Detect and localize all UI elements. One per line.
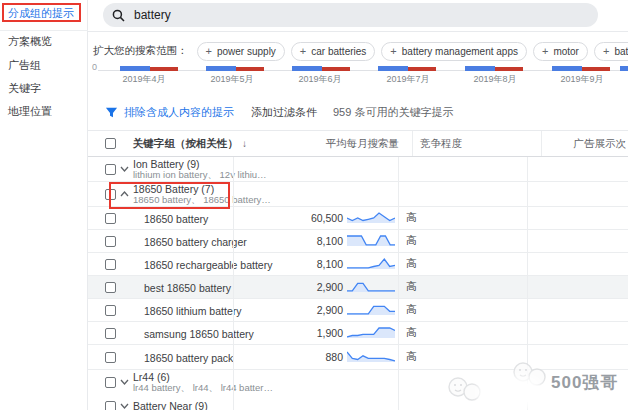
keyword-ideas-table: 关键字组（按相关性） ↓ 平均每月搜索量 竞争程度 广告展示次 Ion Batt… (88, 130, 628, 410)
keyword-group-title: Ion Battery (9) (133, 159, 233, 170)
month-label: 2019年5月 (206, 73, 258, 86)
keyword-group-title: 18650 Battery (7) (133, 184, 233, 195)
trend-sparkline (347, 278, 395, 297)
competition-value: 高 (398, 345, 527, 369)
competition-value: 高 (398, 207, 527, 229)
table-row[interactable]: 18650 battery charger 8,100 高 (88, 230, 628, 253)
avg-monthly-searches-value: 60,500 (311, 212, 343, 224)
keyword-label: 18650 lithium battery (144, 305, 241, 317)
competition-value: 高 (398, 276, 527, 298)
row-checkbox[interactable] (105, 164, 116, 175)
broaden-search-label: 扩大您的搜索范围： (93, 44, 188, 58)
row-checkbox[interactable] (105, 259, 116, 270)
avg-monthly-searches-value: 1,900 (317, 327, 343, 339)
plus-icon: + (542, 45, 548, 57)
sidebar-item-grouped-ideas[interactable]: 分成组的提示 (8, 6, 74, 21)
add-filter-button[interactable]: 添加过滤条件 (251, 105, 317, 120)
keyword-label: 18650 battery charger (144, 236, 247, 248)
main-content: battery 扩大您的搜索范围： +power supply +car bat… (88, 0, 628, 410)
trend-sparkline (347, 348, 395, 367)
sidebar-item-keywords[interactable]: 关键字 (8, 81, 41, 96)
row-checkbox[interactable] (105, 305, 116, 316)
row-checkbox[interactable] (105, 213, 116, 224)
available-ideas-count: 959 条可用的关键字提示 (333, 105, 453, 120)
competition-value: 高 (398, 253, 527, 275)
axis-zero-label: 0 (92, 62, 97, 72)
sidebar-item-ad-groups[interactable]: 广告组 (8, 58, 41, 73)
chevron-down-icon[interactable] (116, 403, 133, 409)
avg-monthly-searches-value: 8,100 (317, 235, 343, 247)
keyword-group-title: Battery Near (9) (133, 401, 233, 410)
search-volume-trend-chart: 0 2019年4月 2019年5月 2019年6月 2019年7月 2019年8… (88, 58, 628, 88)
table-row[interactable]: best 18650 battery 2,900 高 (88, 276, 628, 299)
table-row[interactable]: Lr44 (6)lr44 battery、 lr44、 lr44 batter… (88, 370, 628, 394)
chevron-down-icon[interactable] (116, 379, 133, 385)
sidebar-divider (0, 30, 88, 31)
competition-value: 高 (398, 299, 527, 321)
plus-icon: + (390, 45, 396, 57)
competition-value: 高 (398, 230, 527, 252)
table-header-row: 关键字组（按相关性） ↓ 平均每月搜索量 竞争程度 广告展示次 (88, 130, 628, 157)
table-row[interactable]: 18650 rechargeable battery 8,100 高 (88, 253, 628, 276)
trend-sparkline (347, 301, 395, 320)
keyword-group-examples: lr44 battery、 lr44、 lr44 batter… (133, 383, 233, 393)
watermark-blur-patch (484, 383, 536, 403)
divider (88, 31, 628, 32)
table-row[interactable]: Battery Near (9) (88, 394, 628, 410)
search-query: battery (134, 8, 171, 22)
month-label: 2019年9月 (556, 73, 608, 86)
keyword-label: 18650 battery (144, 213, 208, 225)
trend-sparkline (347, 255, 395, 274)
row-checkbox[interactable] (105, 352, 116, 363)
keyword-group-examples: 18650 battery、 18650 battery… (133, 195, 233, 205)
column-header-avg-monthly-searches[interactable]: 平均每月搜索量 (326, 137, 400, 151)
competition-value: 高 (398, 322, 527, 344)
month-label: 2019年4月 (118, 73, 170, 86)
watermark-text: 500强哥 (551, 371, 618, 394)
exclude-adult-ideas-link[interactable]: 排除含成人内容的提示 (124, 105, 234, 120)
sidebar: 分成组的提示 方案概览 广告组 关键字 地理位置 (0, 0, 88, 410)
sidebar-item-locations[interactable]: 地理位置 (8, 104, 52, 119)
table-row[interactable]: Ion Battery (9)lithium ion battery、 12v … (88, 157, 628, 182)
keyword-label: 18650 battery pack (144, 352, 233, 364)
table-row[interactable]: 18650 battery 60,500 高 (88, 207, 628, 230)
keyword-planner-page: 分成组的提示 方案概览 广告组 关键字 地理位置 battery 扩大您的搜索范… (0, 0, 628, 410)
trend-sparkline (347, 209, 395, 228)
trend-sparkline (347, 232, 395, 251)
avg-monthly-searches-value: 880 (325, 351, 343, 363)
search-input[interactable]: battery (103, 3, 598, 27)
table-row[interactable]: 18650 battery pack 880 高 (88, 345, 628, 370)
row-checkbox[interactable] (105, 282, 116, 293)
table-row[interactable]: 18650 Battery (7)18650 battery、 18650 ba… (88, 182, 628, 207)
keyword-label: best 18650 battery (144, 282, 231, 294)
table-row[interactable]: samsung 18650 battery 1,900 高 (88, 322, 628, 345)
row-checkbox[interactable] (105, 401, 116, 410)
column-header-keyword-group[interactable]: 关键字组（按相关性） (133, 137, 238, 151)
trend-sparkline (347, 324, 395, 343)
row-checkbox[interactable] (105, 236, 116, 247)
row-checkbox[interactable] (105, 189, 116, 200)
avg-monthly-searches-value: 2,900 (317, 281, 343, 293)
keyword-group-title: Lr44 (6) (133, 372, 233, 383)
avg-monthly-searches-value: 8,100 (317, 258, 343, 270)
keyword-group-examples: lithium ion battery、 12v lithiu… (133, 170, 233, 180)
month-label: 2019年6月 (294, 73, 346, 86)
plus-icon: + (206, 45, 212, 57)
column-header-ad-impression-share[interactable]: 广告展示次 (541, 131, 628, 156)
column-header-competition[interactable]: 竞争程度 (420, 137, 462, 151)
avg-monthly-searches-value: 2,900 (317, 304, 343, 316)
table-row[interactable]: 18650 lithium battery 2,900 高 (88, 299, 628, 322)
plus-icon: + (603, 45, 609, 57)
row-checkbox[interactable] (105, 328, 116, 339)
month-label: 2019年8月 (469, 73, 521, 86)
filter-funnel-icon[interactable] (105, 106, 118, 119)
search-icon (112, 9, 125, 22)
chevron-down-icon[interactable] (116, 166, 133, 172)
select-all-checkbox[interactable] (105, 138, 116, 149)
plus-icon: + (300, 45, 306, 57)
row-checkbox[interactable] (105, 377, 116, 388)
sidebar-item-plan-overview[interactable]: 方案概览 (8, 34, 52, 49)
month-label: 2019年7月 (382, 73, 434, 86)
filter-bar: 排除含成人内容的提示 添加过滤条件 959 条可用的关键字提示 (88, 100, 628, 124)
chevron-up-icon[interactable] (116, 191, 133, 197)
